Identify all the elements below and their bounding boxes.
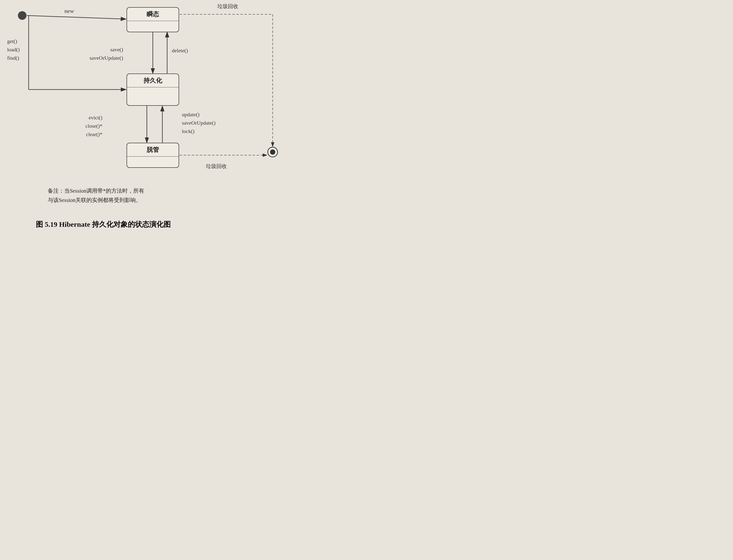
- transient-state-label: 瞬态: [127, 8, 179, 21]
- svg-line-2: [27, 16, 126, 19]
- persistent-state-body: [127, 87, 179, 105]
- detached-state-body: [127, 157, 179, 167]
- note-box: 备注：当Session调用带*的方法时，所有 与该Session关联的实例都将受…: [48, 186, 144, 205]
- label-update: update() saveOrUpdate() lock(): [182, 110, 216, 136]
- diagram-caption: 图 5.19 Hibernate 持久化对象的状态演化图: [36, 220, 171, 229]
- end-state: [267, 147, 278, 157]
- persistent-state-label: 持久化: [127, 74, 179, 87]
- end-state-inner: [270, 149, 275, 155]
- transient-state-box: 瞬态: [127, 7, 179, 32]
- diagram-container: 瞬态 持久化 脱管 new get() load() find() save()…: [0, 0, 367, 280]
- label-delete: delete(): [172, 47, 188, 54]
- detached-state-label: 脱管: [127, 143, 179, 157]
- start-state: [18, 11, 27, 20]
- label-garbage-top: 垃圾回收: [217, 2, 238, 10]
- arrows-svg: [0, 0, 367, 280]
- persistent-state-box: 持久化: [127, 74, 179, 106]
- label-garbage-bottom: 垃圾回收: [206, 162, 227, 170]
- transient-state-body: [127, 21, 179, 32]
- label-new: new: [64, 7, 74, 15]
- label-evict: evict() close()* clear()*: [85, 113, 102, 139]
- detached-state-box: 脱管: [127, 143, 179, 168]
- label-save: save() saveOrUpdate(): [90, 45, 123, 62]
- label-get-load-find: get() load() find(): [7, 37, 20, 62]
